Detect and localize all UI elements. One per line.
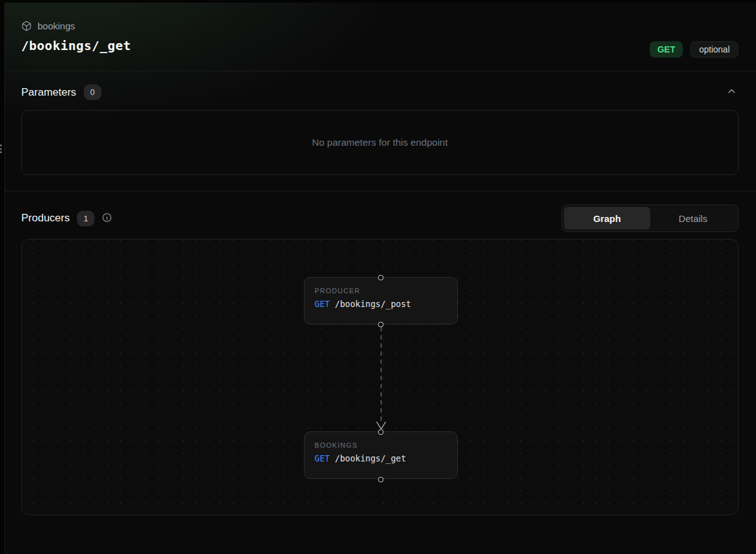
node-path: /bookings/_get	[335, 453, 406, 463]
parameters-heading: Parameters	[21, 86, 76, 99]
collapse-parameters-button[interactable]	[725, 84, 738, 100]
producers-heading: Producers	[21, 212, 69, 224]
node-endpoint: GET /bookings/_post	[315, 299, 447, 309]
producers-section-header: Producers 1 Graph Details	[21, 204, 738, 232]
node-method: GET	[315, 453, 330, 463]
producers-count-badge: 1	[77, 211, 94, 226]
package-icon	[21, 21, 32, 31]
header-badges: GET optional	[650, 41, 738, 58]
arrowhead-icon	[377, 422, 386, 429]
node-handle-top	[378, 430, 384, 435]
clipped-background-text	[0, 144, 2, 157]
node-handle-top	[378, 275, 384, 281]
node-handle-bottom	[378, 477, 384, 483]
breadcrumb-label: bookings	[38, 21, 75, 31]
parameters-empty-state: No parameters for this endpoint	[21, 110, 738, 175]
node-method: GET	[315, 299, 330, 309]
parameters-section: Parameters 0 No parameters for this endp…	[5, 71, 756, 191]
producers-graph-canvas[interactable]: PRODUCER GET /bookings/_post BOOKINGS GE…	[21, 239, 738, 515]
node-type-label: BOOKINGS	[315, 441, 447, 449]
view-switcher: Graph Details	[562, 204, 738, 232]
page-title: /bookings/_get	[21, 38, 131, 53]
node-path: /bookings/_post	[335, 299, 411, 309]
graph-node-bookings[interactable]: BOOKINGS GET /bookings/_get	[304, 431, 458, 479]
node-type-label: PRODUCER	[315, 287, 447, 295]
breadcrumb: bookings	[21, 21, 131, 31]
empty-state-message: No parameters for this endpoint	[312, 137, 448, 148]
parameters-count-badge: 0	[84, 84, 101, 100]
info-icon	[102, 213, 112, 224]
endpoint-heading-group: bookings /bookings/_get	[21, 21, 131, 71]
tab-graph[interactable]: Graph	[564, 207, 650, 229]
endpoint-header: bookings /bookings/_get GET optional	[5, 3, 756, 71]
node-endpoint: GET /bookings/_get	[315, 453, 447, 463]
tab-details[interactable]: Details	[650, 207, 737, 229]
endpoint-panel: bookings /bookings/_get GET optional Par…	[4, 3, 756, 554]
chevron-up-icon	[726, 86, 737, 99]
optional-badge: optional	[690, 41, 738, 58]
parameters-section-header: Parameters 0	[21, 84, 738, 100]
producers-info-button[interactable]	[102, 213, 112, 224]
method-badge: GET	[650, 41, 683, 58]
producers-section: Producers 1 Graph Details	[5, 191, 756, 515]
left-gutter	[0, 0, 4, 554]
producer-edge	[376, 327, 386, 432]
node-handle-bottom	[378, 322, 384, 328]
graph-node-producer[interactable]: PRODUCER GET /bookings/_post	[304, 277, 458, 325]
